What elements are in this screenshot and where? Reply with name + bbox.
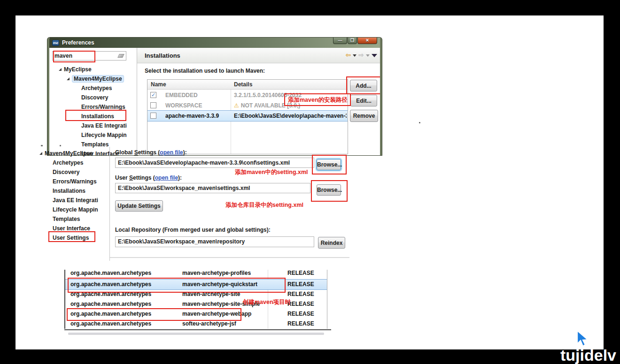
back-icon[interactable]: ⇦ [346,51,351,59]
panel-title: Installations [145,52,180,59]
reindex-button[interactable]: Reindex [318,237,345,249]
watermark: tujidelv [560,346,616,364]
annotation-box-webapp [67,308,241,321]
table-header[interactable]: Name Details [147,80,348,90]
minimize-button[interactable]: — [333,38,347,44]
settings-divider [109,147,110,261]
user-settings-field[interactable]: E:\Ebook\JavaSE\workspace_maven\settings… [115,183,310,193]
close-button[interactable]: ✕ [357,38,377,44]
section-bottom-edge [110,257,349,258]
tree2-node-templates[interactable]: Templates [53,215,80,223]
table-bottom-border [64,329,331,330]
content-canvas: me Preferences — ❐ ✕ [16,15,604,349]
installation-row-apache-maven[interactable]: apache-maven-3.3.9 E:\Ebook\JavaSE\devel… [147,111,348,121]
global-open-file-link[interactable]: open file [160,149,183,156]
cropped-artifact [41,145,43,146]
global-settings-label: Global Settings (open file): [115,149,187,156]
checkbox-unchecked-icon[interactable] [150,113,156,119]
tree-node-lifecycle-mapping[interactable]: Lifecycle Mappin [81,130,127,139]
tree2-node-archetypes[interactable]: Archetypes [53,159,83,167]
tree2-node-discovery[interactable]: Discovery [53,168,79,176]
installations-panel: Installations ⇦ ⇨ Select the installatio… [137,48,382,155]
back-dropdown-icon[interactable] [353,54,356,57]
table-instruction: Select the installation used to launch M… [145,68,265,74]
expand-arrow-icon[interactable] [39,152,42,155]
panel-header: Installations ⇦ ⇨ [137,48,382,63]
annotation-box-quickstart [68,278,286,293]
column-header-details[interactable]: Details [234,80,252,90]
tree-label-selected: Maven4MyEclipse [72,75,124,83]
window-title: Preferences [62,39,94,46]
stray-dot [419,122,420,123]
scrollbar-remnant[interactable] [68,333,324,335]
preferences-tree-panel: MyEclipse Maven4MyEclipse Archetypes Dis… [49,48,137,155]
tree-node-templates[interactable]: Templates [81,140,108,149]
annotation-box-install-path: 添加maven的安装路径 [284,93,351,106]
window-body: MyEclipse Maven4MyEclipse Archetypes Dis… [49,48,380,155]
checkbox-checked-icon[interactable]: ✓ [150,92,156,98]
tree-node-maven4myeclipse[interactable]: Maven4MyEclipse [67,74,124,83]
remove-button[interactable]: Remove [350,110,378,122]
annotation-box-filter [53,51,95,62]
tree2-node-java-ee-integration[interactable]: Java EE Integrati [53,196,98,205]
expand-arrow-icon[interactable] [59,68,62,71]
annotation-text-create-project: 创建maven项目时 [243,298,291,306]
maximize-button[interactable]: ❐ [348,38,357,44]
warning-icon: ⚠ [234,102,239,109]
clear-filter-icon[interactable] [117,54,124,58]
tree-node-discovery[interactable]: Discovery [81,93,108,102]
tree-node-archetypes[interactable]: Archetypes [81,83,112,92]
checkbox-unchecked-icon[interactable] [150,102,156,108]
tree2-node-errors-warnings[interactable]: Errors/Warnings [53,177,97,186]
local-repository-label: Local Repository (From merged user and g… [115,227,271,233]
annotation-box-user-browse [311,180,348,202]
tree-node-myeclipse[interactable]: MyEclipse [59,65,92,74]
installations-table: Name Details ✓ EMBEDDED 3.2.1/1.5.0.2014… [147,79,348,154]
global-settings-field[interactable]: E:\Ebook\JavaSE\develop\apache-maven-3.3… [115,158,314,168]
annotation-box-user-settings [48,231,95,242]
forward-icon[interactable]: ⇨ [358,51,364,59]
tree2-node-installations[interactable]: Installations [53,187,85,195]
myeclipse-logo-icon: me [52,40,59,46]
tree2-node-lifecycle-mapping[interactable]: Lifecycle Mappin [53,205,98,214]
annotation-box-add [346,76,381,94]
page-background: me Preferences — ❐ ✕ [0,0,620,364]
local-repository-field[interactable]: E:\Ebook\JavaSE\workspace_maven\reposito… [115,236,314,247]
column-header-name[interactable]: Name [151,80,166,90]
tree-node-java-ee-integration[interactable]: Java EE Integrati [81,121,127,130]
update-settings-button[interactable]: Update Settings [115,200,163,212]
window-titlebar[interactable]: me Preferences — ❐ ✕ [49,38,380,48]
close-icon: ✕ [365,38,369,43]
edit-button[interactable]: Edit... [350,95,377,106]
user-open-file-link[interactable]: open file [155,174,178,181]
annotation-box-installations [65,110,126,121]
preferences-window: me Preferences — ❐ ✕ [47,38,382,155]
user-settings-label: User Settings (open file): [115,174,182,181]
tree-label: MyEclipse [64,66,92,73]
tree2-node-maven4myeclipse[interactable]: Maven4MyEclipse [39,149,93,158]
expand-arrow-icon[interactable] [67,77,70,80]
annotation-text-global-settings: 添加maven中的setting.xml [235,168,308,176]
archetype-row-profiles[interactable]: org.apache.maven.archetypes maven-archet… [65,270,327,278]
view-menu-icon[interactable] [372,54,377,57]
mouse-cursor-icon [576,330,589,348]
minimize-icon: — [338,38,342,43]
forward-dropdown-icon[interactable] [366,54,370,57]
maximize-icon: ❐ [350,38,354,43]
annotation-text-user-settings: 添加仓库目录中的setting.xml [225,201,303,209]
annotation-box-global-browse [312,155,347,174]
cropped-artifact [60,145,61,146]
annotation-text-install-path: 添加maven的安装路径 [288,96,348,104]
